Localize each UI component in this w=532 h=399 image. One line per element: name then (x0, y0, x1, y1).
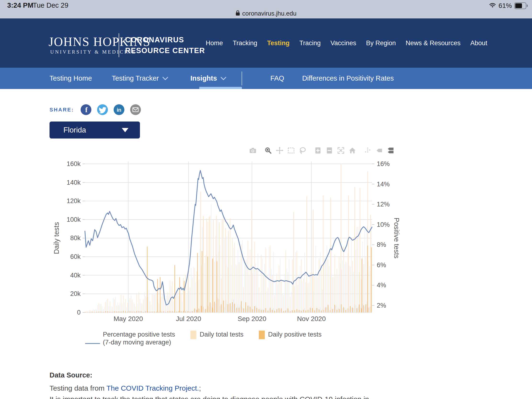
bar-daily-positive-tests[interactable] (147, 312, 148, 312)
bar-daily-positive-tests[interactable] (105, 311, 106, 312)
bar-daily-positive-tests[interactable] (114, 311, 115, 312)
bar-daily-positive-tests[interactable] (90, 312, 90, 312)
bar-daily-total-tests[interactable] (342, 260, 343, 312)
bar-daily-positive-tests[interactable] (220, 306, 221, 312)
bar-daily-positive-tests[interactable] (273, 308, 274, 312)
bar-daily-positive-tests[interactable] (227, 304, 227, 312)
bar-daily-positive-tests[interactable] (139, 311, 139, 312)
bar-daily-total-tests[interactable] (320, 252, 321, 312)
bar-daily-positive-tests[interactable] (302, 310, 303, 312)
bar-daily-total-tests[interactable] (161, 297, 161, 312)
bar-daily-total-tests[interactable] (355, 187, 355, 312)
bar-daily-positive-tests[interactable] (269, 309, 269, 312)
bar-daily-positive-tests[interactable] (191, 310, 192, 312)
bar-daily-positive-tests[interactable] (233, 299, 234, 312)
bar-daily-positive-tests[interactable] (185, 311, 186, 312)
bar-daily-total-tests[interactable] (205, 255, 206, 312)
bar-daily-total-tests[interactable] (251, 210, 252, 312)
bar-daily-positive-tests[interactable] (224, 307, 225, 312)
bar-daily-total-tests[interactable] (145, 296, 146, 312)
bar-daily-positive-tests[interactable] (106, 311, 107, 312)
bar-daily-total-tests[interactable] (278, 285, 279, 312)
bar-daily-positive-tests[interactable] (263, 310, 264, 312)
bar-daily-total-tests[interactable] (181, 293, 182, 312)
bar-daily-positive-tests[interactable] (170, 311, 170, 312)
bar-daily-positive-tests[interactable] (274, 311, 275, 312)
bar-daily-total-tests[interactable] (203, 216, 203, 312)
bar-daily-positive-tests[interactable] (128, 310, 129, 312)
bar-daily-positive-tests[interactable] (130, 311, 130, 312)
bar-daily-total-tests[interactable] (230, 218, 231, 312)
bar-daily-total-tests[interactable] (151, 305, 152, 312)
bar-daily-positive-tests[interactable] (235, 309, 236, 312)
bar-daily-positive-tests[interactable] (140, 311, 140, 312)
bar-daily-total-tests[interactable] (349, 266, 349, 312)
bar-daily-total-tests[interactable] (367, 227, 367, 312)
bar-daily-positive-tests[interactable] (131, 311, 132, 312)
bar-daily-positive-tests[interactable] (167, 311, 168, 312)
bar-daily-positive-tests[interactable] (132, 312, 133, 312)
bar-daily-positive-tests[interactable] (342, 308, 343, 312)
bar-daily-positive-tests[interactable] (238, 304, 238, 312)
bar-daily-positive-tests[interactable] (190, 312, 190, 312)
bar-daily-total-tests[interactable] (288, 272, 288, 312)
legend-swatch-daily-positive-tests[interactable] (259, 331, 265, 339)
bar-daily-positive-tests[interactable] (254, 306, 255, 312)
bar-daily-positive-tests[interactable] (202, 251, 202, 312)
bar-daily-positive-tests[interactable] (353, 308, 354, 312)
bar-daily-positive-tests[interactable] (288, 308, 288, 312)
bar-daily-total-tests[interactable] (112, 307, 113, 312)
bar-daily-total-tests[interactable] (294, 286, 295, 312)
bar-daily-positive-tests[interactable] (252, 309, 253, 312)
bar-daily-positive-tests[interactable] (172, 311, 173, 312)
bar-daily-positive-tests[interactable] (179, 277, 180, 312)
bar-daily-total-tests[interactable] (100, 304, 100, 312)
bar-daily-positive-tests[interactable] (329, 310, 330, 312)
bar-daily-positive-tests[interactable] (147, 246, 148, 312)
bar-daily-positive-tests[interactable] (115, 311, 116, 312)
bar-daily-total-tests[interactable] (196, 272, 197, 312)
bar-daily-total-tests[interactable] (215, 236, 216, 312)
bar-daily-positive-tests[interactable] (340, 304, 341, 312)
bar-daily-total-tests[interactable] (224, 238, 225, 312)
bar-daily-positive-tests[interactable] (287, 308, 287, 312)
bar-daily-positive-tests[interactable] (247, 306, 248, 312)
bar-daily-positive-tests[interactable] (240, 305, 241, 312)
bar-daily-positive-tests[interactable] (266, 311, 267, 312)
bar-daily-total-tests[interactable] (338, 276, 338, 312)
bar-daily-positive-tests[interactable] (184, 281, 185, 312)
bar-daily-positive-tests[interactable] (158, 312, 159, 312)
bar-daily-total-tests[interactable] (115, 297, 116, 312)
bar-daily-total-tests[interactable] (209, 217, 209, 312)
bar-daily-total-tests[interactable] (284, 274, 285, 312)
bar-daily-positive-tests[interactable] (298, 310, 298, 312)
bar-daily-total-tests[interactable] (147, 297, 148, 312)
bar-daily-positive-tests[interactable] (133, 310, 134, 312)
bar-daily-positive-tests[interactable] (338, 308, 338, 312)
bar-daily-positive-tests[interactable] (186, 310, 187, 312)
bar-daily-total-tests[interactable] (189, 291, 189, 312)
bar-daily-total-tests[interactable] (121, 295, 121, 312)
bar-daily-total-tests[interactable] (220, 245, 221, 312)
bar-daily-total-tests[interactable] (114, 299, 115, 312)
bar-daily-total-tests[interactable] (156, 293, 157, 312)
bar-daily-total-tests[interactable] (99, 303, 99, 312)
bar-daily-positive-tests[interactable] (371, 247, 372, 312)
bar-daily-positive-tests[interactable] (249, 305, 249, 312)
bar-daily-total-tests[interactable] (153, 293, 154, 312)
bar-daily-positive-tests[interactable] (123, 311, 124, 312)
bar-daily-total-tests[interactable] (287, 268, 287, 312)
bar-daily-positive-tests[interactable] (134, 312, 135, 312)
bar-daily-total-tests[interactable] (219, 222, 220, 312)
bar-daily-total-tests[interactable] (283, 295, 284, 312)
bar-daily-positive-tests[interactable] (142, 311, 143, 312)
bar-daily-positive-tests[interactable] (350, 306, 351, 312)
bar-daily-positive-tests[interactable] (246, 309, 247, 312)
bar-daily-positive-tests[interactable] (264, 308, 265, 312)
bar-daily-total-tests[interactable] (130, 298, 130, 312)
bar-daily-total-tests[interactable] (124, 302, 125, 312)
bar-daily-positive-tests[interactable] (156, 312, 157, 312)
bar-daily-total-tests[interactable] (291, 291, 291, 312)
bar-daily-total-tests[interactable] (128, 300, 129, 312)
bar-daily-positive-tests[interactable] (211, 303, 212, 312)
